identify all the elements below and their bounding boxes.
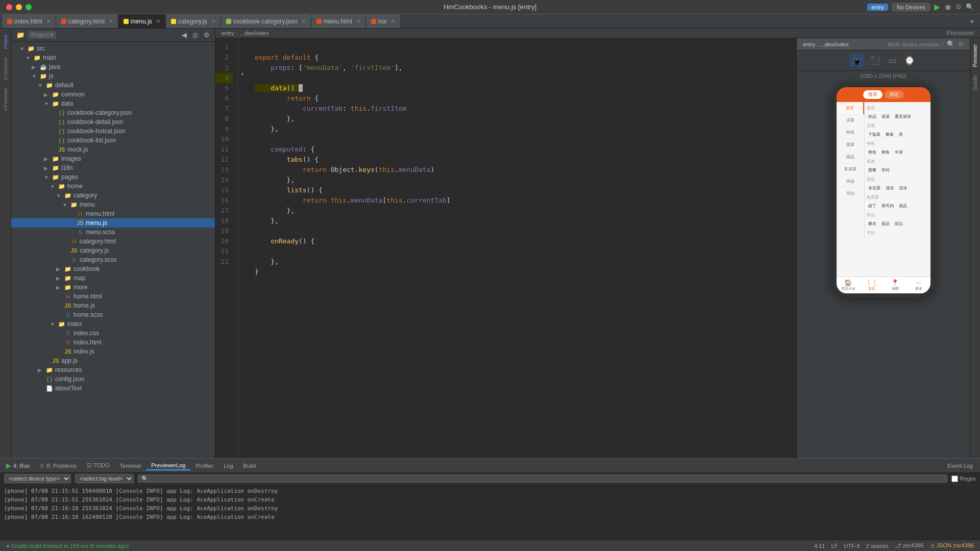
device-type-select[interactable]: <select device type> xyxy=(4,474,71,483)
toggle-off[interactable]: ○ xyxy=(941,41,944,47)
zoom-out-icon[interactable]: ⊖ xyxy=(958,40,964,48)
tree-item-cookbook-category-json[interactable]: ▶{ }cookbook-category.json xyxy=(11,108,215,117)
minimize-button[interactable] xyxy=(16,4,22,10)
right-tab-previewer[interactable]: Previewer xyxy=(971,40,979,71)
line-separator[interactable]: LF xyxy=(831,543,838,549)
menu-chip-17[interactable]: 骨司鸡 xyxy=(880,203,895,209)
tree-item-menu-scss[interactable]: ▶Smenu.scss xyxy=(11,228,215,237)
previewer-label[interactable]: Previewer xyxy=(947,30,974,37)
stop-icon[interactable]: ⏹ xyxy=(944,3,951,11)
menu-cat-special[interactable]: 特色 xyxy=(837,127,864,139)
menu-cat-home[interactable]: 首页 xyxy=(837,102,864,114)
tree-item-category[interactable]: ▼📁category xyxy=(11,191,215,200)
menu-cat-mix[interactable]: 拌品 xyxy=(837,176,864,188)
tree-item-home-html[interactable]: ▶Hhome.html xyxy=(11,292,215,301)
menu-chip-9[interactable]: 中菜 xyxy=(893,149,904,156)
tab-category-html[interactable]: category.html ✕ xyxy=(56,14,118,29)
phone-nav-index[interactable]: ⋮⋮ 首页 xyxy=(860,279,884,291)
menu-cat-holiday[interactable]: 节日 xyxy=(837,188,864,200)
tree-item-js[interactable]: ▼📁js xyxy=(11,71,215,81)
locate-btn[interactable]: ◎ xyxy=(190,30,200,40)
menu-chip-7[interactable]: 烤鱼 xyxy=(867,149,878,156)
sidebar-favorites-label[interactable]: 4:Favorites xyxy=(2,86,9,113)
menu-chip-8[interactable]: 烤鱼 xyxy=(880,149,891,156)
regex-check[interactable] xyxy=(951,475,958,482)
tab-cookbook-category-json[interactable]: cookbook-category.json ✕ xyxy=(221,14,311,29)
more-tabs-icon[interactable]: ▾ xyxy=(970,17,974,26)
event-log-tab[interactable]: Event Log xyxy=(942,462,978,470)
run-play-btn[interactable]: ▶ xyxy=(6,462,11,469)
tree-item-common[interactable]: ▶📁common xyxy=(11,90,215,99)
tab-close-icon[interactable]: ✕ xyxy=(109,18,113,24)
tree-item-index-js[interactable]: ▶JSindex.js xyxy=(11,347,215,356)
tree-item-category-scss[interactable]: ▶Scategory.scss xyxy=(11,255,215,264)
menu-chip-21[interactable]: 甜点 xyxy=(893,221,904,227)
menu-chip-16[interactable]: 卤丁 xyxy=(867,203,878,209)
menu-chip-18[interactable]: 就品 xyxy=(897,203,909,209)
maximize-button[interactable] xyxy=(26,4,32,10)
tree-item-map[interactable]: ▶📁map xyxy=(11,273,215,283)
tree-item-pages[interactable]: ▼📁pages xyxy=(11,172,215,182)
tablet-portrait-btn[interactable]: ▭ xyxy=(887,54,898,67)
tab-hor[interactable]: hor ✕ xyxy=(366,14,401,29)
wearable-btn[interactable]: ⌚ xyxy=(902,54,917,67)
tablet-landscape-btn[interactable]: ⬛ xyxy=(868,54,883,67)
tree-item-category-html[interactable]: ▶Hcategory.html xyxy=(11,237,215,246)
tree-item-cookbook-detail-json[interactable]: ▶{ }cookbook-detail.json xyxy=(11,117,215,127)
tree-item-data[interactable]: ▼📁data xyxy=(11,99,215,108)
right-tab-gradle[interactable]: Gradle xyxy=(971,71,979,94)
menu-chip-15[interactable]: 淡淡 xyxy=(897,185,909,191)
tab-close-icon[interactable]: ✕ xyxy=(156,18,160,24)
tree-item-more[interactable]: ▶📁more xyxy=(11,283,215,292)
menu-chip-3[interactable]: 夏至滚滚 xyxy=(893,114,913,120)
tab-menu-js[interactable]: menu.js ✕ xyxy=(118,14,166,29)
tree-item-resources[interactable]: ▶📁resources xyxy=(11,365,215,374)
tab-menu-html[interactable]: menu.html ✕ xyxy=(311,14,366,29)
settings-btn[interactable]: ⚙ xyxy=(202,30,212,40)
tree-item-menu-js[interactable]: ▶JSmenu.js xyxy=(11,218,215,228)
sidebar-project-label[interactable]: Project xyxy=(2,33,9,51)
sidebar-z-structure-label[interactable]: Z-Structure xyxy=(2,55,9,82)
menu-chip-11[interactable]: 学对 xyxy=(880,167,891,173)
profiler-tab[interactable]: Profiler xyxy=(190,462,218,470)
log-tab[interactable]: Log xyxy=(218,462,238,470)
phone-tab-nearby[interactable]: 附近 xyxy=(885,90,904,99)
tab-close-icon[interactable]: ✕ xyxy=(356,18,360,24)
code-content[interactable]: export default { props: ['menuData', 'fi… xyxy=(247,38,796,458)
menu-chip-14[interactable]: 清淡 xyxy=(884,185,895,191)
menu-chip-13[interactable]: 东北菜 xyxy=(867,185,882,191)
tree-item-mock-js[interactable]: ▶JSmock.js xyxy=(11,145,215,154)
problems-tab[interactable]: ⚠ 8: Problems xyxy=(34,461,82,470)
tab-close-icon[interactable]: ✕ xyxy=(302,18,306,24)
code-editor-content[interactable]: 1 2 3 4 5 6 7 8 9 10 11 12 13 xyxy=(215,38,796,458)
menu-cat-cold[interactable]: 凉菜 xyxy=(837,114,864,127)
menu-chip-10[interactable]: 西餐 xyxy=(867,167,878,173)
tab-close-icon[interactable]: ✕ xyxy=(211,18,215,24)
tree-item-images[interactable]: ▶📁images xyxy=(11,154,215,163)
tree-item-cookbook-list-json[interactable]: ▶{ }cookbook-list.json xyxy=(11,136,215,145)
menu-cat-steam[interactable]: 蒸菜 xyxy=(837,139,864,151)
tree-item-category-js[interactable]: ▶JScategory.js xyxy=(11,246,215,255)
tree-item-about-text[interactable]: ▶📄aboutText xyxy=(11,384,215,393)
menu-cat-private[interactable]: 私房菜 xyxy=(837,163,864,176)
tree-item-home[interactable]: ▼📁home xyxy=(11,182,215,191)
encoding[interactable]: UTF-8 xyxy=(844,543,860,549)
menu-chip-20[interactable]: 甜品 xyxy=(880,221,891,227)
phone-tab-recommended[interactable]: 推荐 xyxy=(863,90,883,99)
tree-item-index-folder[interactable]: ▼📁index xyxy=(11,319,215,329)
devices-badge[interactable]: No Devices xyxy=(892,3,930,11)
terminal-tab[interactable]: Terminal xyxy=(115,462,146,470)
previewer-log-tab[interactable]: PreviewerLog xyxy=(146,461,190,470)
collapse-btn[interactable]: ◀ xyxy=(180,30,189,40)
tree-item-i18n[interactable]: ▶📁i18n xyxy=(11,163,215,172)
todo-tab[interactable]: ☑ TODO xyxy=(82,461,114,470)
phone-device-btn[interactable]: 📱 xyxy=(850,54,864,67)
tree-item-java[interactable]: ▶☕java xyxy=(11,62,215,71)
tree-item-cookbook-hotcat-json[interactable]: ▶{ }cookbook-hotcat.json xyxy=(11,127,215,136)
tree-item-src[interactable]: ▼📁src xyxy=(11,44,215,53)
menu-chip-4[interactable]: 下饭菜 xyxy=(867,132,882,138)
phone-nav-home[interactable]: 🏠 首页大全 xyxy=(837,279,860,291)
tab-close-icon[interactable]: ✕ xyxy=(46,18,51,24)
tree-item-app-js[interactable]: ▶JSapp.js xyxy=(11,356,215,365)
tree-item-main[interactable]: ▼📁main xyxy=(11,53,215,62)
